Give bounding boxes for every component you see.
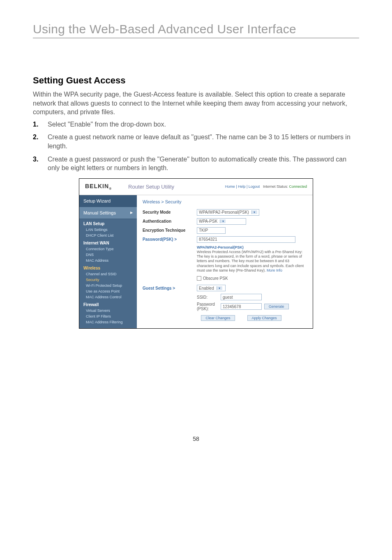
apply-changes-button[interactable]: Apply Changes bbox=[247, 315, 281, 321]
guest-password-input[interactable]: 12345678 bbox=[221, 303, 262, 310]
step-number: 2. bbox=[33, 133, 40, 150]
guest-password-label: Password (PSK): bbox=[197, 302, 218, 311]
section-title: Setting Guest Access bbox=[33, 75, 359, 86]
sidebar-item[interactable]: MAC Address Control bbox=[79, 294, 137, 300]
obscure-psk-label: Obscure PSK bbox=[203, 276, 228, 281]
sidebar-item[interactable]: LAN Settings bbox=[79, 227, 137, 233]
utility-title: Router Setup Utility bbox=[128, 184, 174, 190]
obscure-psk-row: Obscure PSK bbox=[197, 276, 307, 281]
sidebar: Setup Wizard Manual Settings▶ LAN Setup … bbox=[79, 195, 137, 328]
encryption-label: Encryption Technique bbox=[143, 228, 197, 233]
security-mode-label: Security Mode bbox=[143, 210, 197, 214]
clear-changes-button[interactable]: Clear Changes bbox=[201, 315, 235, 321]
encryption-field[interactable]: TKIP bbox=[197, 227, 226, 234]
step-text: Select "Enable" from the drop-down box. bbox=[48, 120, 166, 129]
sidebar-item-security[interactable]: Security bbox=[79, 277, 137, 283]
guest-settings-label[interactable]: Guest Settings > bbox=[143, 286, 197, 290]
page-number: 58 bbox=[33, 436, 359, 442]
sidebar-item[interactable]: MAC Address Filtering bbox=[79, 319, 137, 325]
intro-paragraph: Within the WPA security page, the Guest-… bbox=[33, 90, 359, 117]
sidebar-item[interactable]: DHCP Client List bbox=[79, 233, 137, 238]
help-title: WPA/WPA2-Personal(PSK) bbox=[197, 245, 244, 249]
sidebar-item[interactable]: Use as Access Point bbox=[79, 288, 137, 294]
step-text: Create a guest network name or leave def… bbox=[48, 133, 359, 150]
sidebar-head-wan: Internet WAN bbox=[79, 238, 137, 246]
step-item: 1.Select "Enable" from the drop-down box… bbox=[33, 120, 359, 129]
horizontal-rule bbox=[33, 38, 359, 38]
router-screenshot: BELKIN® Router Setup Utility Home | Help… bbox=[79, 178, 313, 329]
header-right: Home | Help | Logout Internet Status: Co… bbox=[225, 184, 307, 189]
sidebar-head-lan: LAN Setup bbox=[79, 219, 137, 227]
belkin-logo: BELKIN® bbox=[85, 183, 112, 191]
content-pane: Wireless > Security Security Mode WPA/WP… bbox=[137, 195, 313, 328]
chevron-down-icon: ▾ bbox=[251, 210, 257, 214]
chevron-right-icon: ▶ bbox=[130, 211, 133, 214]
chapter-title: Using the Web-Based Advanced User Interf… bbox=[33, 22, 359, 36]
setup-wizard-button[interactable]: Setup Wizard bbox=[79, 195, 137, 207]
steps-list: 1.Select "Enable" from the drop-down box… bbox=[33, 120, 359, 173]
step-item: 3.Create a guest password or push the "G… bbox=[33, 155, 359, 173]
sidebar-item[interactable]: DNS bbox=[79, 252, 137, 258]
password-psk-label[interactable]: Password(PSK) > bbox=[143, 237, 197, 242]
sidebar-item[interactable]: Channel and SSID bbox=[79, 271, 137, 277]
step-text: Create a guest password or push the "Gen… bbox=[48, 155, 359, 173]
screenshot-header: BELKIN® Router Setup Utility Home | Help… bbox=[79, 179, 313, 195]
sidebar-item[interactable]: Wi-Fi Protected Setup bbox=[79, 283, 137, 288]
sidebar-item[interactable]: Virtual Servers bbox=[79, 308, 137, 313]
header-links[interactable]: Home | Help | Logout bbox=[225, 184, 260, 189]
chevron-down-icon: ▾ bbox=[217, 286, 222, 290]
sidebar-item[interactable]: MAC Address bbox=[79, 258, 137, 263]
breadcrumb: Wireless > Security bbox=[143, 199, 307, 204]
sidebar-item[interactable]: Connection Type bbox=[79, 246, 137, 252]
step-number: 1. bbox=[33, 120, 40, 129]
chevron-down-icon: ▾ bbox=[220, 219, 226, 223]
help-box: WPA/WPA2-Personal(PSK) Wireless Protecte… bbox=[197, 245, 307, 273]
generate-button[interactable]: Generate bbox=[264, 304, 289, 309]
sidebar-item[interactable]: Client IP Filters bbox=[79, 313, 137, 319]
step-item: 2.Create a guest network name or leave d… bbox=[33, 133, 359, 150]
manual-settings-button[interactable]: Manual Settings▶ bbox=[79, 207, 137, 219]
authentication-select[interactable]: WPA-PSK▾ bbox=[197, 218, 246, 225]
more-info-link[interactable]: More Info bbox=[267, 268, 282, 272]
authentication-label: Authentication bbox=[143, 219, 197, 224]
help-body: Wireless Protected Access (WPA/WPA2) wit… bbox=[197, 250, 304, 272]
obscure-psk-checkbox[interactable] bbox=[197, 276, 201, 281]
guest-enabled-select[interactable]: Enabled▾ bbox=[197, 285, 226, 291]
sidebar-head-firewall: Firewall bbox=[79, 300, 137, 308]
sidebar-head-wireless: Wireless bbox=[79, 263, 137, 271]
ssid-input[interactable]: guest bbox=[221, 294, 262, 300]
status-label: Internet Status: bbox=[263, 184, 288, 189]
security-mode-select[interactable]: WPA/WPA2-Personal(PSK)▾ bbox=[197, 209, 259, 216]
status-value: Connected bbox=[289, 184, 307, 189]
ssid-label: SSID: bbox=[197, 295, 218, 300]
password-psk-input[interactable]: 87654321 bbox=[197, 236, 295, 243]
step-number: 3. bbox=[33, 155, 40, 173]
